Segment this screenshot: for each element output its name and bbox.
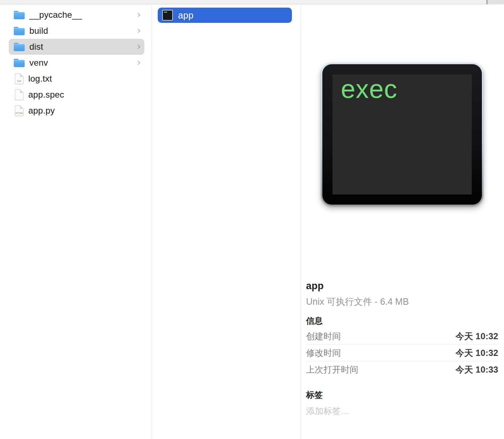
chevron-right-icon[interactable] [136, 12, 141, 18]
text-file-icon: TXT [15, 73, 24, 84]
list-item-dist[interactable]: dist [9, 39, 144, 55]
toolbar-strip-right [488, 0, 504, 4]
list-item-build[interactable]: build [9, 23, 144, 39]
info-label: 上次打开时间 [306, 364, 358, 376]
list-item-label: app.py [28, 105, 141, 116]
file-name: app [306, 280, 498, 292]
toolbar-remnant [0, 0, 504, 4]
folder-icon [14, 43, 25, 51]
list-item-app-spec[interactable]: app.spec [9, 87, 144, 103]
exec-app-icon: exec [321, 63, 483, 206]
chevron-right-icon[interactable] [136, 44, 141, 50]
list-item-label: build [29, 25, 136, 36]
folder-icon [14, 59, 25, 67]
list-item-label: venv [29, 57, 136, 68]
column-file-list: app [152, 4, 301, 439]
chevron-right-icon[interactable] [136, 60, 141, 66]
list-item-venv[interactable]: venv [9, 55, 144, 71]
exec-icon-screen: exec [332, 74, 472, 194]
exec-icon-bezel: exec [322, 64, 482, 205]
column-folder-list: __pycache__ build dist venv TXT log.txt … [0, 4, 152, 439]
python-file-icon: PYTHON [15, 105, 24, 116]
finder-window: __pycache__ build dist venv TXT log.txt … [0, 0, 504, 439]
info-row-created: 创建时间 今天 10:32 [306, 328, 498, 345]
info-label: 创建时间 [306, 331, 341, 342]
list-item-label: __pycache__ [29, 9, 136, 20]
list-item-app-selected[interactable]: app [158, 8, 292, 23]
add-tags-input[interactable]: 添加标签… [306, 406, 498, 417]
info-rows: 创建时间 今天 10:32 修改时间 今天 10:32 上次打开时间 今天 10… [306, 328, 498, 378]
tags-section-heading: 标签 [306, 390, 498, 400]
file-kind-size: Unix 可执行文件 - 6.4 MB [306, 296, 498, 307]
info-section-heading: 信息 [306, 316, 498, 326]
file-details: app Unix 可执行文件 - 6.4 MB 信息 创建时间 今天 10:32… [306, 280, 498, 417]
exec-icon-text: exec [341, 76, 472, 102]
list-item-app-py[interactable]: PYTHON app.py [9, 103, 144, 119]
folder-icon [14, 27, 25, 35]
info-value: 今天 10:32 [455, 347, 498, 359]
info-row-last-opened: 上次打开时间 今天 10:33 [306, 361, 498, 378]
list-item-log-txt[interactable]: TXT log.txt [9, 71, 144, 87]
list-item-label: app [178, 10, 194, 21]
info-value: 今天 10:33 [455, 364, 498, 376]
terminal-exec-icon [162, 10, 173, 21]
file-icon [15, 89, 24, 100]
chevron-right-icon[interactable] [136, 28, 141, 34]
info-value: 今天 10:32 [455, 331, 498, 342]
preview-pane: exec app Unix 可执行文件 - 6.4 MB 信息 创建时间 今天 … [301, 4, 504, 439]
info-label: 修改时间 [306, 347, 341, 359]
list-item-label: app.spec [28, 89, 141, 100]
toolbar-strip [0, 0, 486, 4]
list-item-pycache[interactable]: __pycache__ [9, 7, 144, 23]
list-item-label: log.txt [28, 73, 141, 84]
info-row-modified: 修改时间 今天 10:32 [306, 345, 498, 361]
folder-icon [14, 11, 25, 19]
list-item-label: dist [29, 41, 136, 52]
